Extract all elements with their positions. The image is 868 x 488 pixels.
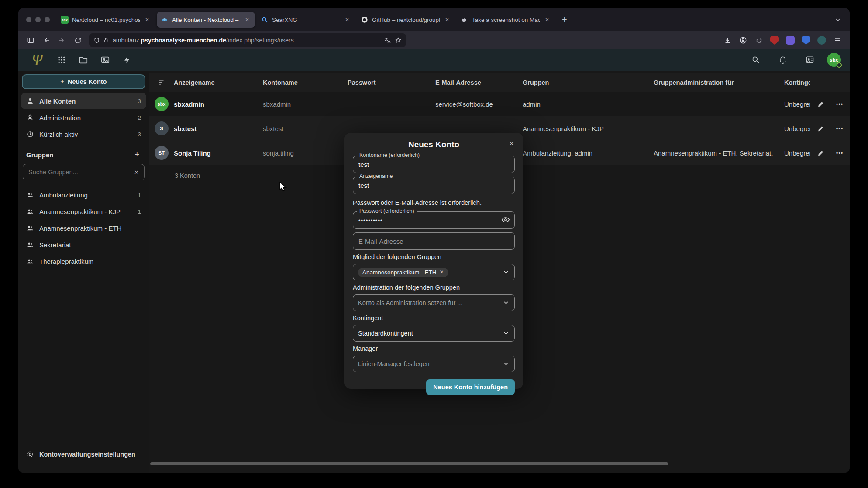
- tab-nextcloud-nc01[interactable]: sbx Nextcloud – nc01.psychoanalyse ✕: [57, 12, 155, 28]
- sidebar-item-alle-konten[interactable]: Alle Konten 3: [21, 93, 146, 109]
- forward-button[interactable]: [55, 34, 69, 47]
- unified-search-icon[interactable]: [746, 51, 766, 69]
- list-filter-icon[interactable]: [149, 79, 174, 87]
- show-password-eye-icon[interactable]: [501, 215, 510, 224]
- photos-icon[interactable]: [95, 51, 115, 69]
- cell-display-name: sbxadmin: [174, 100, 263, 108]
- gear-icon: [26, 450, 34, 458]
- url-bar[interactable]: ambulanz.psychoanalyse-muenchen.de/index…: [89, 33, 406, 47]
- apple-favicon-icon: [461, 16, 468, 24]
- ublock-icon[interactable]: [768, 34, 782, 47]
- tab-close-icon[interactable]: ✕: [343, 16, 351, 23]
- sidebar-group-therapiepraktikum[interactable]: Therapiepraktikum: [21, 253, 146, 270]
- horizontal-scrollbar[interactable]: [150, 462, 668, 465]
- tab-close-icon[interactable]: ✕: [243, 16, 251, 23]
- close-window-button[interactable]: [26, 17, 31, 22]
- group-search-input[interactable]: [28, 169, 134, 176]
- modal-close-icon[interactable]: ✕: [506, 138, 517, 149]
- sidebar-item-label: Kürzlich aktiv: [39, 131, 78, 138]
- field-label: Kontoname (erforderlich): [357, 152, 422, 158]
- email-input[interactable]: [353, 232, 515, 250]
- row-more-icon[interactable]: •••: [831, 125, 848, 132]
- password-input[interactable]: [353, 211, 515, 229]
- table-header: Anzeigename Kontoname Passwort E-Mail-Ad…: [149, 73, 850, 92]
- new-tab-button[interactable]: +: [557, 14, 572, 26]
- menu-hamburger-icon[interactable]: [830, 34, 844, 47]
- group-count: 1: [138, 208, 141, 215]
- email-field: [353, 232, 515, 250]
- groups-heading: Gruppen +: [21, 142, 146, 163]
- avatar-initials: sbx: [830, 57, 838, 62]
- extensions-puzzle-icon[interactable]: [752, 34, 766, 47]
- cell-account-name: sonja.tiling: [263, 149, 348, 157]
- notifications-bell-icon[interactable]: [773, 51, 793, 69]
- groups-heading-label: Gruppen: [26, 151, 54, 159]
- sidebar-item-administration[interactable]: Administration 2: [21, 109, 146, 126]
- tab-searxng[interactable]: SearXNG ✕: [257, 12, 355, 28]
- sidebar-item-kuerzlich-aktiv[interactable]: Kürzlich aktiv 3: [21, 126, 146, 142]
- tracking-protection-shield-icon[interactable]: [93, 37, 100, 44]
- tab-close-icon[interactable]: ✕: [143, 16, 151, 23]
- lock-icon[interactable]: [103, 38, 109, 43]
- sidebar-group-ambulanzleitung[interactable]: Ambulanzleitung 1: [21, 187, 146, 203]
- edit-pencil-icon[interactable]: [810, 100, 831, 108]
- header-passwort: Passwort: [348, 79, 435, 86]
- back-button[interactable]: [39, 34, 53, 47]
- cell-account-name: sbxadmin: [263, 100, 348, 108]
- member-groups-select[interactable]: Anamnesenpraktikum - ETH ✕: [353, 264, 515, 280]
- user-avatar[interactable]: sbx: [827, 53, 841, 67]
- clear-search-icon[interactable]: ✕: [134, 169, 139, 176]
- nextcloud-logo[interactable]: Ψ: [24, 50, 50, 69]
- account-management-settings[interactable]: Kontoverwaltungseinstellungen: [18, 444, 149, 465]
- sidebar-group-anamnesenpraktikum-eth[interactable]: Anamnesenpraktikum - ETH: [21, 220, 146, 236]
- quota-select[interactable]: Standardkontingent: [353, 325, 515, 342]
- account-icon[interactable]: [736, 34, 750, 47]
- downloads-icon[interactable]: [720, 34, 734, 47]
- admin-groups-select[interactable]: Konto als Administration setzen für ...: [353, 294, 515, 311]
- activity-lightning-icon[interactable]: [117, 51, 137, 69]
- add-group-icon[interactable]: +: [133, 150, 141, 159]
- cell-account-name: sbxtest: [263, 125, 348, 132]
- apps-grid-icon[interactable]: [52, 51, 72, 69]
- zoom-window-button[interactable]: [45, 17, 50, 22]
- header-right: sbx: [746, 51, 844, 69]
- extension-icon-purple[interactable]: [783, 34, 797, 47]
- extension-icon-teal[interactable]: [815, 34, 829, 47]
- translate-icon[interactable]: [384, 37, 391, 44]
- files-folder-icon[interactable]: [73, 51, 93, 69]
- display-name-field: Anzeigename: [353, 177, 515, 194]
- member-groups-label: Mitglied der folgenden Gruppen: [353, 253, 515, 260]
- sidebar-group-anamnesenpraktikum-kjp[interactable]: Anamnesenpraktikum - KJP 1: [21, 203, 146, 220]
- row-more-icon[interactable]: •••: [831, 150, 848, 156]
- new-account-button[interactable]: + Neues Konto: [22, 74, 145, 89]
- tab-close-icon[interactable]: ✕: [543, 16, 551, 23]
- admin-groups-label: Administration der folgenden Gruppen: [353, 284, 515, 291]
- navigation-toolbar: ambulanz.psychoanalyse-muenchen.de/index…: [18, 31, 850, 49]
- list-all-tabs-icon[interactable]: [830, 17, 845, 23]
- submit-new-account-button[interactable]: Neues Konto hinzufügen: [426, 379, 515, 395]
- group-icon: [26, 257, 34, 265]
- tab-github[interactable]: GitHub – nextcloud/groupfolder ✕: [357, 12, 455, 28]
- tab-alle-konten[interactable]: Alle Konten - Nextcloud – Ambu ✕: [157, 12, 255, 28]
- sidebar-group-sekretariat[interactable]: Sekretariat: [21, 236, 146, 253]
- display-name-input[interactable]: [353, 177, 515, 194]
- remove-chip-icon[interactable]: ✕: [440, 269, 444, 275]
- new-account-modal: Neues Konto ✕ Kontoname (erforderlich) A…: [344, 133, 523, 389]
- bookmark-star-icon[interactable]: [395, 37, 402, 44]
- sidebar-toggle-icon[interactable]: [24, 34, 38, 47]
- cell-groups: admin: [523, 100, 654, 108]
- reload-button[interactable]: [71, 34, 85, 47]
- tab-screenshot-mac[interactable]: Take a screenshot on Mac – Ap ✕: [457, 12, 555, 28]
- manager-select[interactable]: Linien-Manager festlegen: [353, 356, 515, 372]
- extension-icon-blue-shield[interactable]: [799, 34, 813, 47]
- edit-pencil-icon[interactable]: [810, 125, 831, 132]
- tab-close-icon[interactable]: ✕: [443, 16, 451, 23]
- edit-pencil-icon[interactable]: [810, 149, 831, 157]
- minimize-window-button[interactable]: [35, 17, 41, 22]
- row-more-icon[interactable]: •••: [831, 101, 848, 107]
- cell-quota: Unbegrenzt: [784, 100, 810, 108]
- group-count: 1: [138, 192, 141, 198]
- sidebar-item-label: Administration: [39, 114, 81, 121]
- account-name-input[interactable]: [353, 156, 515, 173]
- contacts-icon[interactable]: [800, 51, 820, 69]
